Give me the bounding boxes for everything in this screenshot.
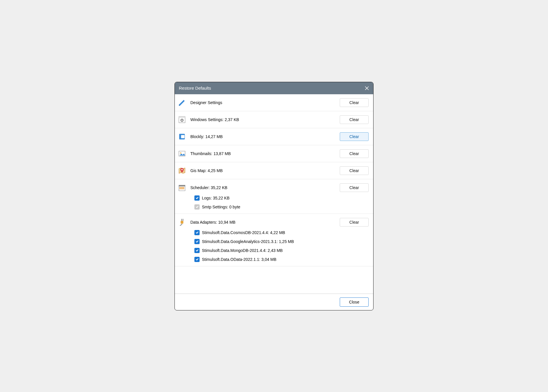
clear-button[interactable]: Clear [340,183,369,192]
image-icon [178,149,186,158]
close-button[interactable]: Close [340,297,369,307]
section-label: Gis Map: 4,25 MB [190,168,336,173]
checkbox-checked[interactable] [194,248,200,253]
dialog-footer: Close [175,294,373,310]
section-label: Blockly: 14,27 MB [190,134,336,139]
blockly-icon [178,132,186,141]
svg-rect-17 [182,188,183,189]
svg-rect-15 [179,188,180,189]
clear-button[interactable]: Clear [340,132,369,141]
checkbox-checked[interactable] [194,239,200,244]
gear-window-icon [178,115,186,124]
dialog-title: Restore Defaults [179,86,211,91]
section-blockly: Blockly: 14,27 MB Clear [175,128,373,145]
section-designer-settings: Designer Settings Clear [175,94,373,111]
child-item: Stimulsoft.Data.CosmosDB-2021.4.4: 4,22 … [194,230,369,235]
close-icon[interactable] [365,86,369,91]
clear-button[interactable]: Clear [340,166,369,175]
svg-rect-20 [181,219,182,221]
child-label: Stimulsoft.Data.GoogleAnalytics-2021.3.1… [202,239,294,244]
svg-rect-21 [183,219,183,221]
scheduler-children: Logs: 35,22 KB Smtp Settings: 0 byte [194,195,369,210]
svg-rect-10 [179,185,185,186]
section-scheduler: Scheduler: 35,22 KB Clear Logs: 35,22 KB… [175,179,373,214]
child-label: Logs: 35,22 KB [202,196,230,200]
svg-rect-14 [183,187,184,188]
child-item: Stimulsoft.Data.GoogleAnalytics-2021.3.1… [194,239,369,244]
checkbox-checked[interactable] [194,195,200,201]
svg-rect-13 [182,187,183,188]
restore-defaults-dialog: Restore Defaults Designer Settings Clear… [174,82,374,310]
svg-rect-11 [179,187,180,188]
clear-button[interactable]: Clear [340,218,369,227]
child-item: Smtp Settings: 0 byte [194,204,369,210]
section-label: Scheduler: 35,22 KB [190,185,336,190]
child-item: Stimulsoft.Data.OData-2022.1.1: 3,04 MB [194,257,369,262]
svg-rect-1 [179,116,185,118]
empty-fill [175,266,373,294]
dialog-titlebar: Restore Defaults [175,82,373,94]
section-label: Windows Settings: 2,37 KB [190,117,336,122]
svg-rect-12 [181,187,182,188]
data-adapters-children: Stimulsoft.Data.CosmosDB-2021.4.4: 4,22 … [194,230,369,262]
child-item: Stimulsoft.Data.MongoDB-2021.4.4: 2,43 M… [194,248,369,253]
plug-icon [178,218,186,227]
section-label: Data Adapters: 10,94 MB [190,220,336,225]
section-thumbnails: Thumbnails: 13,87 MB Clear [175,145,373,162]
checkbox-checked[interactable] [194,257,200,262]
clear-button[interactable]: Clear [340,115,369,124]
calendar-icon [178,183,186,192]
svg-rect-16 [181,188,182,189]
svg-point-8 [181,169,183,170]
svg-rect-18 [183,188,184,189]
child-label: Smtp Settings: 0 byte [202,205,240,209]
section-label: Thumbnails: 13,87 MB [190,151,336,156]
child-label: Stimulsoft.Data.MongoDB-2021.4.4: 2,43 M… [202,248,283,253]
clear-button[interactable]: Clear [340,98,369,107]
section-data-adapters: Data Adapters: 10,94 MB Clear Stimulsoft… [175,214,373,266]
svg-point-7 [180,152,181,153]
dialog-content: Designer Settings Clear Windows Settings… [175,94,373,294]
checkbox-disabled [194,204,200,210]
child-label: Stimulsoft.Data.CosmosDB-2021.4.4: 4,22 … [202,230,285,235]
child-label: Stimulsoft.Data.OData-2022.1.1: 3,04 MB [202,257,276,262]
child-item: Logs: 35,22 KB [194,195,369,201]
clear-button[interactable]: Clear [340,149,369,158]
map-pin-icon [178,166,186,175]
pencil-icon [178,98,186,107]
section-gis-map: Gis Map: 4,25 MB Clear [175,162,373,179]
section-label: Designer Settings [190,100,336,105]
checkbox-checked[interactable] [194,230,200,235]
svg-point-3 [181,120,183,121]
svg-rect-5 [181,135,185,138]
section-windows-settings: Windows Settings: 2,37 KB Clear [175,111,373,128]
svg-rect-19 [181,221,183,223]
